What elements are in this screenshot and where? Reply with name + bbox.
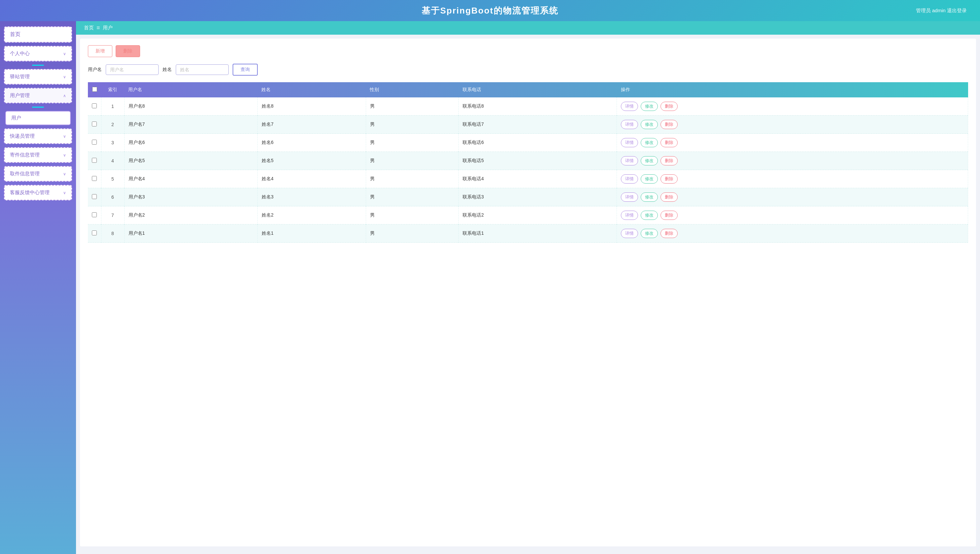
edit-button[interactable]: 修改 (641, 102, 658, 111)
row-delete-button[interactable]: 删除 (661, 156, 678, 166)
row-checkbox[interactable] (92, 194, 97, 199)
sidebar-item-shipinfo-label: 寄件信息管理 (10, 152, 40, 158)
sidebar-item-feedback-label: 客服反馈中心管理 (10, 189, 49, 196)
row-checkbox[interactable] (92, 140, 97, 145)
chevron-down-icon: ∨ (63, 191, 66, 195)
row-checkbox-cell (88, 206, 101, 224)
row-delete-button[interactable]: 删除 (661, 120, 678, 129)
row-gender: 男 (366, 152, 458, 170)
row-index: 3 (101, 134, 124, 152)
row-phone: 联系电话6 (459, 134, 617, 152)
row-ops: 详情 修改 删除 (617, 224, 968, 243)
row-delete-button[interactable]: 删除 (661, 193, 678, 202)
row-index: 1 (101, 97, 124, 116)
edit-button[interactable]: 修改 (641, 156, 658, 166)
row-checkbox[interactable] (92, 231, 97, 236)
chevron-down-icon: ∨ (63, 153, 66, 158)
row-delete-button[interactable]: 删除 (661, 174, 678, 183)
header-gender-col: 性别 (366, 82, 458, 97)
row-name: 姓名4 (257, 170, 366, 188)
sidebar-deco-2 (32, 107, 44, 108)
row-gender: 男 (366, 170, 458, 188)
row-checkbox[interactable] (92, 121, 97, 126)
user-info[interactable]: 管理员 admin 退出登录 (916, 8, 967, 14)
row-gender: 男 (366, 206, 458, 224)
detail-button[interactable]: 详情 (621, 102, 638, 111)
row-gender: 男 (366, 116, 458, 134)
row-ops: 详情 修改 删除 (617, 188, 968, 206)
sidebar-item-profile-label: 个人中心 (10, 51, 30, 57)
detail-button[interactable]: 详情 (621, 174, 638, 183)
row-gender: 男 (366, 134, 458, 152)
row-delete-button[interactable]: 删除 (661, 229, 678, 238)
row-username: 用户名8 (124, 97, 257, 116)
row-delete-button[interactable]: 删除 (661, 102, 678, 111)
row-checkbox-cell (88, 170, 101, 188)
content: 首页 ≡ 用户 新增 删除 用户名 姓名 查询 (76, 21, 980, 554)
sidebar-item-ship-info[interactable]: 寄件信息管理 ∨ (4, 147, 72, 163)
sidebar-item-pickup-info[interactable]: 取件信息管理 ∨ (4, 166, 72, 181)
batch-delete-button[interactable]: 删除 (116, 45, 140, 57)
table-row: 3 用户名6 姓名6 男 联系电话6 详情 修改 删除 (88, 134, 968, 152)
breadcrumb-current: 用户 (103, 25, 113, 31)
username-search-input[interactable] (106, 64, 159, 75)
header: 基于SpringBoot的物流管理系统 管理员 admin 退出登录 (0, 0, 980, 21)
sidebar-item-feedback[interactable]: 客服反馈中心管理 ∨ (4, 185, 72, 201)
row-name: 姓名1 (257, 224, 366, 243)
row-index: 7 (101, 206, 124, 224)
header-username-col: 用户名 (124, 82, 257, 97)
edit-button[interactable]: 修改 (641, 211, 658, 220)
edit-button[interactable]: 修改 (641, 193, 658, 202)
edit-button[interactable]: 修改 (641, 120, 658, 129)
table-row: 8 用户名1 姓名1 男 联系电话1 详情 修改 删除 (88, 224, 968, 243)
detail-button[interactable]: 详情 (621, 229, 638, 238)
row-index: 6 (101, 188, 124, 206)
row-name: 姓名8 (257, 97, 366, 116)
row-index: 5 (101, 170, 124, 188)
sidebar-item-station[interactable]: 驿站管理 ∨ (4, 69, 72, 84)
detail-button[interactable]: 详情 (621, 138, 638, 147)
detail-button[interactable]: 详情 (621, 193, 638, 202)
row-checkbox-cell (88, 97, 101, 116)
row-checkbox[interactable] (92, 212, 97, 217)
select-all-checkbox[interactable] (92, 87, 97, 92)
header-phone-col: 联系电话 (459, 82, 617, 97)
sidebar-item-user-mgmt[interactable]: 用户管理 ∧ (4, 88, 72, 103)
sidebar-item-profile[interactable]: 个人中心 ∨ (4, 46, 72, 61)
row-name: 姓名5 (257, 152, 366, 170)
username-search-label: 用户名 (88, 67, 102, 73)
name-search-input[interactable] (176, 64, 229, 75)
row-username: 用户名5 (124, 152, 257, 170)
sidebar-item-home[interactable]: 首页 (4, 26, 72, 43)
query-button[interactable]: 查询 (233, 64, 258, 76)
detail-button[interactable]: 详情 (621, 120, 638, 129)
edit-button[interactable]: 修改 (641, 229, 658, 238)
row-username: 用户名4 (124, 170, 257, 188)
edit-button[interactable]: 修改 (641, 174, 658, 183)
row-name: 姓名7 (257, 116, 366, 134)
add-button[interactable]: 新增 (88, 45, 112, 57)
row-checkbox[interactable] (92, 103, 97, 108)
sidebar-item-user[interactable]: 用户 (5, 111, 71, 125)
detail-button[interactable]: 详情 (621, 211, 638, 220)
table-row: 1 用户名8 姓名8 男 联系电话8 详情 修改 删除 (88, 97, 968, 116)
header-index-col: 索引 (101, 82, 124, 97)
edit-button[interactable]: 修改 (641, 138, 658, 147)
row-checkbox-cell (88, 134, 101, 152)
row-gender: 男 (366, 188, 458, 206)
row-index: 2 (101, 116, 124, 134)
search-bar: 用户名 姓名 查询 (88, 64, 968, 76)
row-delete-button[interactable]: 删除 (661, 138, 678, 147)
row-phone: 联系电话3 (459, 188, 617, 206)
sidebar-item-courier[interactable]: 快递员管理 ∨ (4, 129, 72, 144)
breadcrumb-home[interactable]: 首页 (84, 25, 94, 31)
chevron-up-icon: ∧ (63, 94, 66, 98)
row-checkbox[interactable] (92, 176, 97, 181)
sidebar-item-pickupinfo-label: 取件信息管理 (10, 171, 40, 177)
row-phone: 联系电话8 (459, 97, 617, 116)
row-name: 姓名3 (257, 188, 366, 206)
row-checkbox[interactable] (92, 158, 97, 163)
detail-button[interactable]: 详情 (621, 156, 638, 166)
row-delete-button[interactable]: 删除 (661, 211, 678, 220)
user-table: 索引 用户名 姓名 性别 联系电话 操作 1 用户名8 姓名8 男 联系电话8 … (88, 82, 968, 243)
